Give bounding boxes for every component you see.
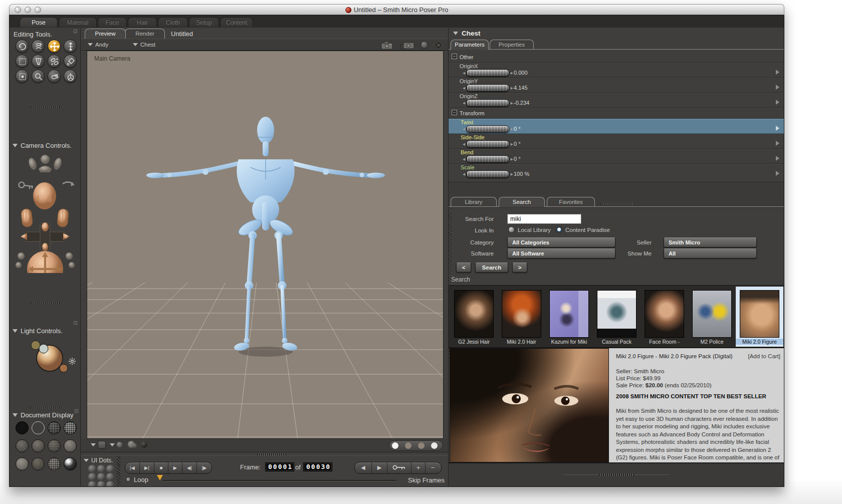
camera-controls-header[interactable]: Camera Controls. [13, 142, 72, 149]
show-me-dropdown[interactable]: All [664, 248, 757, 259]
display-hidden-line-icon[interactable] [64, 421, 77, 434]
loop-toggle[interactable] [126, 477, 131, 482]
software-dropdown[interactable]: All Software [507, 248, 615, 259]
style-dot-icon[interactable] [418, 442, 425, 449]
translate-tool-icon[interactable] [48, 40, 61, 53]
param-dial[interactable]: ◀▶ [463, 140, 513, 148]
param-value[interactable]: 0 ° [514, 126, 521, 132]
light-controls-cluster[interactable] [25, 337, 77, 377]
ui-dot[interactable] [88, 465, 96, 473]
ui-dot[interactable] [106, 465, 114, 473]
first-frame-button[interactable]: |◀ [125, 462, 140, 473]
param-menu-arrow-icon[interactable] [776, 126, 779, 131]
tab-setup[interactable]: Setup [189, 17, 219, 27]
param-value[interactable]: 0 ° [514, 156, 521, 162]
trackball-mini-icon[interactable] [420, 41, 428, 49]
actor-selector[interactable]: Chest [133, 42, 155, 48]
param-dial[interactable]: ◀▶ [463, 69, 513, 77]
panel-resize-handle[interactable] [31, 106, 60, 108]
param-value[interactable]: -0.234 [514, 100, 529, 106]
timeline-playhead[interactable] [157, 475, 163, 480]
tab-content[interactable]: Content [220, 17, 253, 27]
display-smooth-lined-icon[interactable] [16, 457, 29, 470]
display-texture-shaded-icon[interactable] [64, 457, 77, 470]
param-value[interactable]: 100 % [514, 171, 529, 177]
four-way-jack-icon[interactable] [434, 40, 444, 50]
depth-cue-button[interactable] [98, 441, 106, 449]
add-keyframe-button[interactable]: + [411, 462, 426, 473]
prev-page-button[interactable]: < [456, 263, 471, 273]
param-value[interactable]: 0 ° [514, 141, 521, 147]
style-dot-icon[interactable] [431, 442, 438, 449]
result-item-selected[interactable]: Miki 2.0 Figure [736, 287, 783, 347]
tracking-sphere-icon[interactable] [117, 442, 122, 447]
actor-header[interactable]: Chest [453, 30, 481, 37]
display-lit-wireframe-icon[interactable] [16, 439, 29, 452]
camera-controls-cluster[interactable] [14, 153, 77, 273]
result-item[interactable]: Face Room - [641, 287, 688, 347]
display-texture-wire-icon[interactable] [48, 457, 61, 470]
display-flat-lined-icon[interactable] [48, 439, 61, 452]
ui-dot[interactable] [97, 465, 105, 473]
content-paradise-radio[interactable] [556, 226, 562, 233]
display-outline-icon[interactable] [32, 421, 45, 434]
tracking-sphere-dark-icon[interactable] [141, 441, 147, 448]
morphing-tool-icon[interactable] [48, 70, 61, 83]
zoom-button[interactable] [35, 7, 41, 13]
skip-frames-label[interactable]: Skip Frames [396, 476, 445, 484]
tab-cloth[interactable]: Cloth [158, 17, 188, 27]
param-menu-arrow-icon[interactable] [776, 171, 779, 176]
param-dial[interactable]: ◀▶ [463, 99, 513, 107]
edit-keyframes-button[interactable] [387, 462, 411, 473]
param-menu-arrow-icon[interactable] [776, 70, 779, 75]
figure-andy[interactable] [146, 117, 385, 352]
panel-resize-handle[interactable] [31, 302, 60, 305]
tab-parameters[interactable]: Parameters [451, 40, 489, 50]
chain-break-tool-icon[interactable] [48, 55, 61, 68]
step-back-button[interactable]: ◀| [182, 462, 197, 473]
delete-keyframe-button[interactable]: − [426, 462, 440, 473]
stop-button[interactable]: ■ [154, 462, 168, 473]
content-paradise-label[interactable]: Content Paradise [565, 227, 610, 233]
camera-icon[interactable] [380, 41, 393, 50]
tab-properties[interactable]: Properties [490, 40, 534, 50]
display-cartoon-icon[interactable] [32, 457, 45, 470]
footer-dropdown-triangle-icon[interactable] [91, 443, 96, 446]
rotate-tool-icon[interactable] [16, 40, 29, 53]
camera-select-icon[interactable] [400, 41, 415, 50]
twist-tool-icon[interactable] [32, 40, 45, 53]
next-keyframe-button[interactable]: ▶ [372, 462, 387, 473]
ui-dot[interactable] [88, 473, 96, 481]
panel-divider-hatch[interactable] [117, 456, 120, 487]
ui-dot[interactable] [106, 481, 114, 487]
panel-resize-handle[interactable] [599, 473, 634, 476]
tab-preview[interactable]: Preview [85, 29, 126, 39]
category-dropdown[interactable]: All Categories [507, 237, 615, 247]
result-item[interactable]: Miki 2.0 Hair [498, 287, 545, 347]
document-display-header[interactable]: Document Display [13, 411, 74, 419]
result-item[interactable]: Kazumi for Miki [545, 287, 593, 347]
add-to-cart-link[interactable]: [Add to Cart] [748, 353, 780, 359]
param-dial[interactable]: ◀▶ [463, 84, 513, 92]
param-menu-arrow-icon[interactable] [776, 85, 779, 90]
translate-in-out-tool-icon[interactable] [64, 40, 77, 53]
play-button[interactable]: ▶ [168, 462, 182, 473]
style-dot-icon[interactable] [392, 442, 398, 449]
panel-resize-handle[interactable] [31, 406, 60, 409]
step-forward-button[interactable]: |▶ [197, 462, 212, 473]
tab-favorites[interactable]: Favorites [547, 197, 595, 207]
param-menu-arrow-icon[interactable] [776, 141, 779, 146]
tab-material[interactable]: Material [59, 17, 97, 27]
total-frames-field[interactable]: 00030 [303, 462, 332, 471]
param-dial[interactable]: ◀▶ [463, 125, 513, 133]
view-magnifier-tool-icon[interactable] [32, 70, 45, 83]
tab-render[interactable]: Render [125, 29, 165, 39]
group-collapse-toggle[interactable]: − [452, 54, 457, 59]
light-controls-header[interactable]: Light Controls. [13, 327, 63, 335]
end-frame-button[interactable]: ▶| [140, 462, 154, 473]
viewport[interactable]: Main Camera [87, 51, 444, 439]
tab-face[interactable]: Face [98, 17, 127, 27]
ui-dots-header[interactable]: UI Dots. [84, 457, 113, 464]
param-menu-arrow-icon[interactable] [776, 100, 779, 105]
ui-dot[interactable] [88, 481, 96, 487]
